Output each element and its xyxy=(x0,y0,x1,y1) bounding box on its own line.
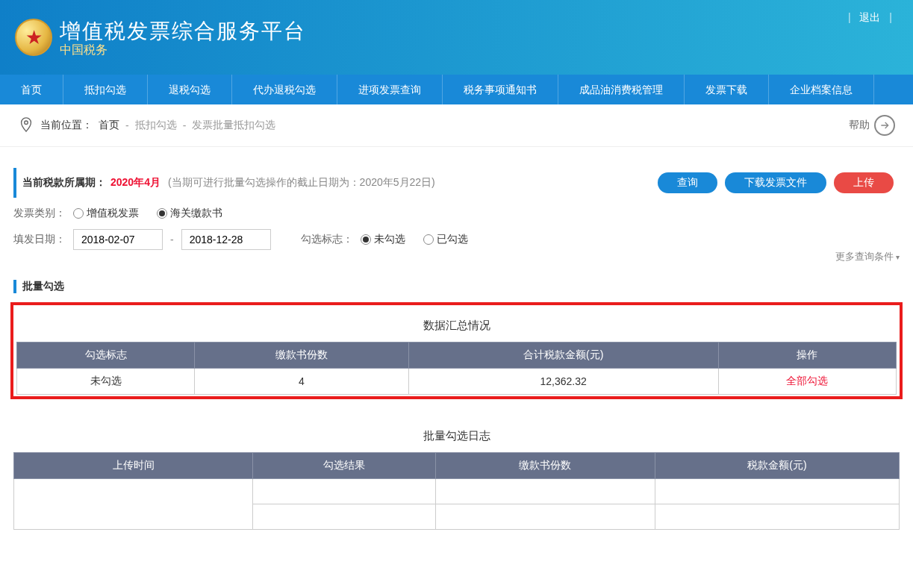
breadcrumb-prefix: 当前位置： xyxy=(40,119,93,132)
invoice-type-label: 发票类别： xyxy=(13,207,66,220)
radio-label: 海关缴款书 xyxy=(170,207,222,220)
radio-icon xyxy=(423,234,434,245)
tax-emblem-icon: ★ xyxy=(15,19,52,56)
radio-customs-payment[interactable]: 海关缴款书 xyxy=(157,207,222,220)
log-caption: 批量勾选日志 xyxy=(13,420,900,452)
cell-empty xyxy=(435,504,655,530)
col-total-tax: 合计税款金额(元) xyxy=(408,343,718,369)
period-value: 2020年4月 xyxy=(110,176,161,190)
svg-point-0 xyxy=(25,120,28,124)
upload-button[interactable]: 上传 xyxy=(834,172,894,193)
period-row: 当前税款所属期： 2020年4月 (当期可进行批量勾选操作的截止日期为：2020… xyxy=(13,168,900,198)
col-check-result: 勾选结果 xyxy=(253,453,436,479)
help-label: 帮助 xyxy=(849,119,870,132)
cell-empty xyxy=(14,479,253,530)
col-action: 操作 xyxy=(718,343,896,369)
breadcrumb-sep: - xyxy=(183,119,187,131)
nav-download[interactable]: 发票下载 xyxy=(685,75,769,104)
radio-label: 未勾选 xyxy=(374,233,405,246)
date-dash: - xyxy=(170,234,174,245)
date-to-input[interactable] xyxy=(181,229,271,250)
check-flag-label: 勾选标志： xyxy=(301,233,353,246)
breadcrumb-sep: - xyxy=(125,119,129,131)
nav-enterprise[interactable]: 企业档案信息 xyxy=(769,75,874,104)
table-row xyxy=(14,479,900,504)
cell-empty xyxy=(253,479,436,504)
cell-empty xyxy=(655,479,899,504)
col-doc-count: 缴款书份数 xyxy=(195,343,408,369)
batch-section-title: 批量勾选 xyxy=(13,280,900,293)
radio-icon xyxy=(157,208,167,219)
app-header: ★ 增值税发票综合服务平台 中国税务 | 退出 | xyxy=(0,0,913,75)
header-right: | 退出 | xyxy=(842,11,898,25)
site-title: 增值税发票综合服务平台 xyxy=(60,17,306,46)
nav-oil-tax[interactable]: 成品油消费税管理 xyxy=(558,75,685,104)
radio-checked[interactable]: 已勾选 xyxy=(423,233,468,246)
divider: | xyxy=(889,11,892,23)
nav-home[interactable]: 首页 xyxy=(0,75,63,104)
location-pin-icon xyxy=(18,116,34,135)
col-upload-time: 上传时间 xyxy=(14,453,253,479)
query-button[interactable]: 查询 xyxy=(658,172,717,193)
table-row: 未勾选 4 12,362.32 全部勾选 xyxy=(17,369,897,395)
breadcrumb-level2[interactable]: 抵扣勾选 xyxy=(135,119,177,132)
log-table: 上传时间 勾选结果 缴款书份数 税款金额(元) xyxy=(13,452,900,530)
radio-unchecked[interactable]: 未勾选 xyxy=(361,233,405,246)
radio-label: 增值税发票 xyxy=(87,207,139,220)
logo-block: ★ 增值税发票综合服务平台 中国税务 xyxy=(15,17,306,58)
cell-amount: 12,362.32 xyxy=(408,369,718,395)
col-tax-amount: 税款金额(元) xyxy=(655,453,899,479)
issue-date-label: 填发日期： xyxy=(13,233,66,246)
radio-icon xyxy=(73,208,84,219)
breadcrumb-home[interactable]: 首页 xyxy=(99,119,119,132)
period-label: 当前税款所属期： xyxy=(22,176,106,190)
help-button[interactable]: 帮助 xyxy=(849,115,895,136)
summary-caption: 数据汇总情况 xyxy=(16,310,897,342)
nav-deduct[interactable]: 抵扣勾选 xyxy=(63,75,148,104)
chevron-down-icon: ▾ xyxy=(896,253,900,261)
col-doc-count: 缴款书份数 xyxy=(435,453,655,479)
cell-flag: 未勾选 xyxy=(17,369,195,395)
select-all-link[interactable]: 全部勾选 xyxy=(786,375,828,387)
summary-table: 勾选标志 缴款书份数 合计税款金额(元) 操作 未勾选 4 12,362.32 … xyxy=(16,342,897,395)
nav-input-query[interactable]: 进项发票查询 xyxy=(337,75,443,104)
more-filters-toggle[interactable]: 更多查询条件 ▾ xyxy=(835,250,900,263)
radio-icon xyxy=(361,234,371,245)
date-flag-row: 填发日期： - 勾选标志： 未勾选 已勾选 更多查询条件 ▾ xyxy=(13,229,900,250)
org-sublogo: 中国税务 xyxy=(60,43,306,58)
breadcrumb-row: 当前位置： 首页 - 抵扣勾选 - 发票批量抵扣勾选 帮助 xyxy=(0,104,913,147)
breadcrumb-level3: 发票批量抵扣勾选 xyxy=(192,119,275,132)
period-hint: (当期可进行批量勾选操作的截止日期为：2020年5月22日) xyxy=(168,176,435,190)
cell-empty xyxy=(435,479,655,504)
invoice-type-row: 发票类别： 增值税发票 海关缴款书 xyxy=(13,207,900,220)
nav-refund[interactable]: 退税勾选 xyxy=(148,75,232,104)
date-from-input[interactable] xyxy=(73,229,163,250)
nav-tax-notice[interactable]: 税务事项通知书 xyxy=(443,75,558,104)
col-check-flag: 勾选标志 xyxy=(17,343,195,369)
summary-highlight-box: 数据汇总情况 勾选标志 缴款书份数 合计税款金额(元) 操作 未勾选 4 12,… xyxy=(10,302,903,399)
more-filters-label: 更多查询条件 xyxy=(835,250,894,263)
arrow-right-circle-icon xyxy=(874,115,895,136)
cell-empty xyxy=(253,504,436,530)
download-invoice-button[interactable]: 下载发票文件 xyxy=(725,172,826,193)
nav-agent-refund[interactable]: 代办退税勾选 xyxy=(232,75,337,104)
radio-vat-invoice[interactable]: 增值税发票 xyxy=(73,207,139,220)
divider: | xyxy=(848,11,851,23)
main-nav: 首页 抵扣勾选 退税勾选 代办退税勾选 进项发票查询 税务事项通知书 成品油消费… xyxy=(0,75,913,104)
cell-empty xyxy=(655,504,899,530)
cell-count: 4 xyxy=(195,369,408,395)
radio-label: 已勾选 xyxy=(437,233,468,246)
logout-link[interactable]: 退出 xyxy=(859,11,880,23)
